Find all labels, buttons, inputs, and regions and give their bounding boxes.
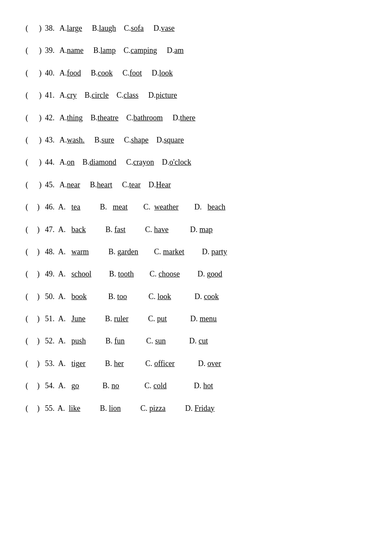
option-b: B.circle [83,88,109,102]
question-item-46: ( ) 46. A. tea B. meat C. weather D. bea… [26,196,366,218]
option-a: A. go [58,379,79,392]
option-a: A. push [58,334,86,348]
option-b: B. fun [98,334,125,348]
options: A. back B. fast C. have D. map [58,223,225,236]
options: A. push B. fun C. sun D. cut [58,334,220,348]
options: A.near B.heart C.tear D.Hear [60,178,177,192]
options: A.cry B.circle C.class D.picture [60,88,183,102]
option-d: D.o'clock [160,155,191,169]
option-d: D. hot [179,379,213,392]
paren-open: ( [26,334,32,348]
option-a: A. back [58,223,86,236]
question-item-52: ( ) 52. A. push B. fun C. sun D. cut [26,330,366,352]
option-d: D. good [192,267,222,281]
question-item-44: ( ) 44. A.on B.diamond C.crayon D.o'cloc… [26,151,366,173]
paren-open: ( [26,111,32,125]
question-item-50: ( ) 50. A. book B. too C. look D. cook [26,285,366,308]
paren-close: ) [33,267,40,281]
q-number: 42. [45,111,58,125]
q-number: 50. [43,290,57,303]
paren-open: ( [26,200,32,214]
options: A. school B. tooth C. choose D. good [58,267,234,281]
option-d: D.picture [144,88,177,102]
paren-open: ( [26,178,32,192]
options: A. like B. lion C. pizza D. Friday [58,401,227,415]
paren-open: ( [26,223,32,236]
paren-close: ) [33,44,42,57]
question-item-39: ( ) 39. A.name B.lamp C.camping D.am [26,39,366,61]
q-number: 47. [43,223,57,236]
option-c: C.camping [122,44,157,57]
option-d: D.square [155,133,184,147]
paren-close: ) [33,200,40,214]
option-a: A.near [60,178,80,192]
option-c: C. cold [131,379,167,392]
option-d: D.vase [150,21,175,35]
paren-close: ) [33,178,42,192]
option-b: B. lion [92,401,121,415]
q-number: 48. [43,245,57,259]
option-c: C.tear [118,178,141,192]
option-a: A. tea [58,200,81,214]
paren-open: ( [26,44,32,57]
paren-close: ) [33,334,40,348]
options: A. June B. ruler C. put D. menu [58,312,229,325]
option-b: B. fast [98,223,126,236]
option-b: B.sure [91,133,115,147]
option-a: A.large [60,21,82,35]
option-a: A.thing [60,111,83,125]
options: A. book B. too C. look D. cook [58,290,231,303]
paren-close: ) [33,88,42,102]
option-d: D. over [187,357,221,370]
option-c: C. look [139,290,171,303]
option-c: C.shape [120,133,149,147]
question-item-45: ( ) 45. A.near B.heart C.tear D.Hear [26,174,366,196]
paren-open: ( [26,267,32,281]
paren-close: ) [33,357,40,370]
q-number: 38. [45,21,58,35]
question-item-49: ( ) 49. A. school B. tooth C. choose D. … [26,263,366,285]
option-b: B. meat [92,200,128,214]
q-number: 52. [43,334,57,348]
q-number: 51. [43,312,57,325]
options: A.food B.cook C.foot D.look [60,66,179,80]
q-number: 41. [45,88,58,102]
option-d: D. cook [183,290,219,303]
paren-close: ) [33,312,40,325]
paren-close: ) [33,290,40,303]
question-item-54: ( ) 54. A. go B. no C. cold D. hot [26,375,366,397]
option-d: D. beach [190,200,225,214]
option-c: C.class [115,88,138,102]
paren-close: ) [33,379,40,392]
option-d: D. map [181,223,213,236]
q-number: 45. [45,178,58,192]
q-number: 54. [43,379,57,392]
option-c: C. market [150,245,184,259]
option-b: B.diamond [81,155,116,169]
paren-close: ) [33,155,42,169]
paren-open: ( [26,155,32,169]
option-a: A. like [58,401,81,415]
question-item-43: ( ) 43. A.wash. B.sure C.shape D.square [26,129,366,151]
question-item-40: ( ) 40. A.food B.cook C.foot D.look [26,62,366,84]
q-number: 40. [45,66,58,80]
option-a: A. tiger [58,357,86,370]
option-a: A. warm [58,245,89,259]
option-d: D.there [169,111,196,125]
option-b: B. too [99,290,127,303]
q-number: 53. [43,357,57,370]
option-b: B. ruler [98,312,129,325]
question-item-47: ( ) 47. A. back B. fast C. have D. map [26,218,366,241]
q-number: 55. [43,401,56,415]
paren-close: ) [33,111,42,125]
paren-close: ) [33,133,42,147]
option-b: B. garden [101,245,138,259]
options: A.thing B.theatre C.bathroom D.there [60,111,202,125]
option-d: D. party [196,245,228,259]
option-c: C. choose [146,267,180,281]
q-number: 39. [45,44,58,57]
option-d: D. Friday [178,401,215,415]
q-number: 43. [45,133,58,147]
paren-close: ) [33,223,40,236]
option-c: C.sofa [122,21,144,35]
